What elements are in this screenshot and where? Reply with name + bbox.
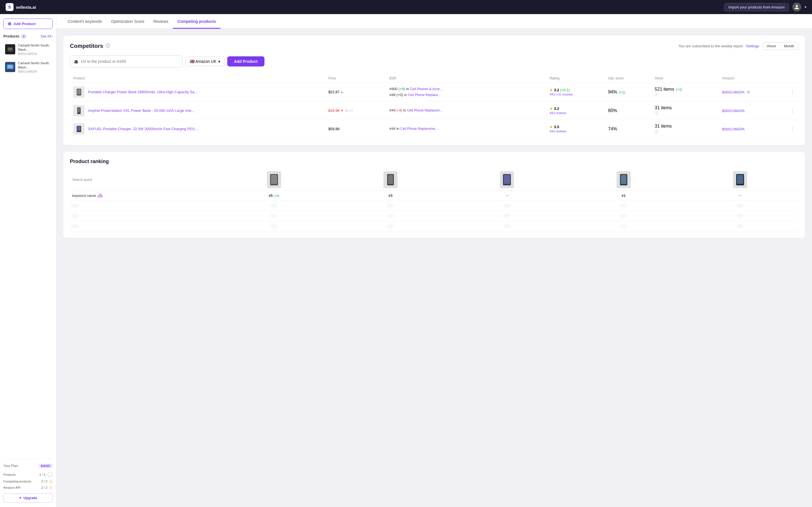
product-link-3[interactable]: SAFUEL Portable Charger, 22.5W 20000mAh …: [88, 126, 199, 131]
tab-keywords[interactable]: Content's keywords: [63, 14, 107, 29]
see-all-link[interactable]: See All ›: [41, 34, 53, 38]
sidebar-product-item-2[interactable]: Carhartt North/ South, Black... B00GC4MG…: [3, 59, 53, 75]
amazon-cell-3: B00GC4MGPA: [719, 120, 786, 138]
svg-rect-17: [504, 175, 510, 184]
product-img-3: [73, 123, 85, 135]
table-row: mophie Powerstation XXL Power Bank - 20,…: [70, 101, 799, 120]
upgrade-button[interactable]: ✦ Upgrade: [3, 494, 53, 503]
th-search-query: Search query: [70, 169, 216, 191]
add-product-cta-button[interactable]: Add Product: [227, 56, 264, 66]
settings-link[interactable]: Settings: [746, 44, 759, 48]
ranking-val-0-1: #3: [332, 190, 449, 201]
ranking-row-2: text text text text text text: [70, 211, 799, 221]
product-cell-2: mophie Powerstation XXL Power Bank - 20,…: [73, 105, 321, 116]
price-arrow-up-1: ▲: [341, 91, 343, 94]
import-amazon-button[interactable]: Import your products from Amazon: [724, 3, 789, 11]
user-avatar[interactable]: [792, 3, 801, 11]
sidebar-footer: Your Plan BASIC Products 1 / 2 Competing…: [3, 459, 53, 503]
sidebar-product-item-1[interactable]: Carhartt North/ South, Black... B00GC4MG…: [3, 41, 53, 58]
products-title: Products 2: [3, 34, 27, 38]
th-amazon: Amazon: [719, 74, 786, 83]
help-icon-stock-2[interactable]: ⓘ: [655, 111, 658, 115]
product-name-1: Carhartt North/ South, Black...: [18, 43, 51, 52]
ranking-product-img-4: [617, 171, 631, 188]
competitors-header-right: You are subscribed to the weekly report.…: [679, 42, 799, 50]
th-price: Price: [325, 74, 386, 83]
ranking-product-img-5: [733, 171, 747, 188]
tag-icon: 🏷: [349, 109, 353, 113]
bsr-link-3[interactable]: Cell Phone Replaceme...: [400, 127, 438, 131]
add-product-button[interactable]: ⊕ Add Product: [3, 18, 53, 29]
month-button[interactable]: Month: [780, 43, 798, 50]
svg-rect-11: [77, 126, 81, 131]
plan-row-label-products: Products: [3, 473, 15, 476]
tab-optimization[interactable]: Optimization Score: [107, 14, 149, 29]
th-opt-score: Opt. score: [605, 74, 651, 83]
competitors-info-icon[interactable]: ⓘ: [105, 43, 110, 49]
app-logo[interactable]: S sellesta.ai: [6, 3, 36, 11]
bsr-link-1[interactable]: Cell Phones & Acce...: [410, 87, 442, 91]
svg-rect-13: [271, 175, 277, 184]
product-link-2[interactable]: mophie Powerstation XXL Power Bank - 20,…: [88, 108, 194, 113]
warning-icon-competing: ⚠: [49, 479, 53, 484]
product-info-2: Carhartt North/ South, Black... B00GC4MG…: [18, 61, 51, 73]
user-dropdown-arrow[interactable]: ▾: [805, 5, 806, 9]
row-menu-button-2[interactable]: ⋮: [790, 108, 795, 114]
ranking-row-3: text text text text text text: [70, 221, 799, 231]
asin-link-1[interactable]: B00GC4MGPA: [722, 91, 745, 94]
products-section-header: Products 2 See All ›: [3, 34, 53, 38]
top-navigation: S sellesta.ai Import your products from …: [0, 0, 812, 14]
topnav-right: Import your products from Amazon ▾: [724, 3, 806, 11]
app-name: sellesta.ai: [16, 5, 36, 10]
ranking-product-img-3: [500, 171, 514, 188]
url-input[interactable]: [81, 59, 179, 64]
price-arrow-down-2: ▼: [341, 109, 343, 112]
svg-rect-3: [8, 65, 13, 68]
table-row: Portable Charger Power Bank 26800mah, Ul…: [70, 83, 799, 102]
help-icon-stock-1[interactable]: ⓘ: [655, 93, 658, 97]
plan-row-label-competing: Competing products: [3, 480, 31, 483]
competitors-table: Product Price BSR Rating Opt. score Stoc…: [70, 74, 799, 138]
week-button[interactable]: Week: [763, 43, 780, 50]
bsr-link-2[interactable]: Cell Phone Replacem...: [407, 108, 443, 112]
your-plan-row: Your Plan BASIC: [3, 464, 53, 468]
ranking-product-img-2: [384, 171, 398, 188]
plan-row-competing: Competing products 2 / 2 ⚠: [3, 478, 53, 485]
product-info-1: Carhartt North/ South, Black... B00GC4MG…: [18, 43, 51, 55]
reviews-link-2[interactable]: 443 reviews: [550, 111, 601, 115]
product-link-1[interactable]: Portable Charger Power Bank 26800mah, Ul…: [88, 90, 197, 95]
tab-reviews[interactable]: Reviews: [149, 14, 173, 29]
product-name-2: Carhartt North/ South, Black...: [18, 61, 51, 69]
opt-score-cell-2: 80%: [605, 101, 651, 120]
subscribed-text: You are subscribed to the weekly report.…: [679, 44, 759, 48]
product-asin-2: B00GC4MGPA: [18, 70, 51, 73]
stock-cell-3: 31 items ⓘ: [651, 120, 719, 138]
ranking-row-1: text text text text text text: [70, 201, 799, 211]
reviews-link-1[interactable]: 443 (+2) reviews: [550, 93, 601, 96]
row-menu-button-1[interactable]: ⋮: [790, 89, 795, 95]
reviews-link-3[interactable]: 443 reviews: [550, 129, 601, 133]
plan-row-amazon-api: Amazon API 2 / 2 ⚠: [3, 485, 53, 491]
product-img-2: [73, 105, 85, 116]
price-cell-1: $22,87 ▲: [328, 90, 383, 94]
svg-rect-1: [8, 48, 12, 49]
bsr-link-1b[interactable]: Cell Phone Replace...: [408, 93, 441, 97]
th-col-2: [332, 169, 449, 191]
th-col-1: [216, 169, 332, 191]
app-layout: ⊕ Add Product Products 2 See All › Carha…: [0, 14, 812, 507]
asin-link-3[interactable]: B00GC4MGPA: [722, 127, 745, 131]
help-icon-stock-3[interactable]: ⓘ: [655, 129, 658, 133]
product-cell-3: SAFUEL Portable Charger, 22.5W 20000mAh …: [73, 123, 321, 135]
ranking-keyword-cell-0: keyword name: [70, 190, 216, 201]
status-dot-1: [747, 91, 750, 94]
country-select[interactable]: 🇬🇧 Amazon UK ▾: [186, 57, 224, 66]
plan-row-label-amazon-api: Amazon API: [3, 486, 20, 489]
product-img-1: [73, 87, 85, 98]
actions-cell-2: ⋮: [786, 101, 799, 120]
asin-link-2[interactable]: B00GC4MGPA: [722, 109, 745, 113]
promo-icon: %: [345, 109, 348, 113]
tab-competing[interactable]: Competing products: [173, 14, 220, 29]
plan-row-products: Products 1 / 2: [3, 471, 53, 478]
row-menu-button-3[interactable]: ⋮: [790, 126, 795, 132]
ranking-card: Product ranking Search query: [63, 152, 805, 238]
